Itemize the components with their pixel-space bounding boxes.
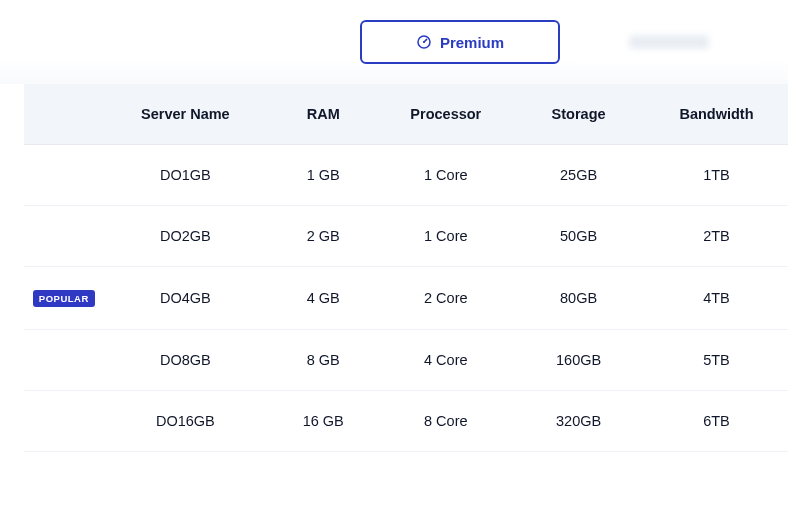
cell-storage: 25GB [512,145,645,206]
tab-premium-label: Premium [440,34,504,51]
cell-bandwidth: 6TB [645,391,788,452]
col-processor: Processor [379,84,512,145]
cell-processor: 1 Core [379,206,512,267]
table-row[interactable]: DO8GB8 GB4 Core160GB5TB [24,330,788,391]
cell-badge: POPULAR [24,267,104,330]
cell-bandwidth: 5TB [645,330,788,391]
table-row[interactable]: DO2GB2 GB1 Core50GB2TB [24,206,788,267]
cell-bandwidth: 2TB [645,206,788,267]
cell-processor: 2 Core [379,267,512,330]
cell-ram: 4 GB [267,267,379,330]
cell-badge [24,330,104,391]
cell-processor: 1 Core [379,145,512,206]
cell-badge [24,145,104,206]
col-badge [24,84,104,145]
cell-server-name: DO2GB [104,206,267,267]
table-row[interactable]: DO1GB1 GB1 Core25GB1TB [24,145,788,206]
svg-point-1 [423,41,425,43]
cell-bandwidth: 1TB [645,145,788,206]
plan-tabs-row: Premium [0,0,788,84]
pricing-table-wrap: Server Name RAM Processor Storage Bandwi… [0,84,788,452]
gauge-icon [416,34,432,50]
cell-server-name: DO16GB [104,391,267,452]
cell-ram: 1 GB [267,145,379,206]
table-header-row: Server Name RAM Processor Storage Bandwi… [24,84,788,145]
cell-processor: 8 Core [379,391,512,452]
cell-ram: 8 GB [267,330,379,391]
cell-server-name: DO1GB [104,145,267,206]
tab-premium[interactable]: Premium [360,20,560,64]
col-ram: RAM [267,84,379,145]
cell-processor: 4 Core [379,330,512,391]
col-storage: Storage [512,84,645,145]
cell-server-name: DO8GB [104,330,267,391]
tab-secondary[interactable] [574,20,764,64]
table-row[interactable]: POPULARDO4GB4 GB2 Core80GB4TB [24,267,788,330]
cell-server-name: DO4GB [104,267,267,330]
cell-storage: 80GB [512,267,645,330]
pricing-table: Server Name RAM Processor Storage Bandwi… [24,84,788,452]
cell-ram: 2 GB [267,206,379,267]
cell-storage: 50GB [512,206,645,267]
popular-badge: POPULAR [33,290,95,307]
tab-secondary-skeleton [629,35,709,49]
cell-storage: 160GB [512,330,645,391]
col-bandwidth: Bandwidth [645,84,788,145]
cell-ram: 16 GB [267,391,379,452]
cell-bandwidth: 4TB [645,267,788,330]
col-server-name: Server Name [104,84,267,145]
cell-storage: 320GB [512,391,645,452]
table-row[interactable]: DO16GB16 GB8 Core320GB6TB [24,391,788,452]
cell-badge [24,206,104,267]
cell-badge [24,391,104,452]
